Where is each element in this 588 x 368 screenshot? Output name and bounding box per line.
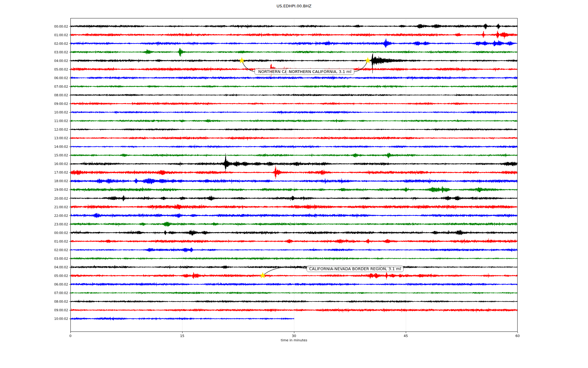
y-tick-label: 07:00:02 — [54, 85, 68, 88]
y-tick-label: 00:00:02 — [54, 25, 68, 28]
y-tick-label: 10:00:02 — [54, 111, 68, 114]
y-tick-label: 03:00:02 — [54, 257, 68, 260]
y-tick-label: 11:00:02 — [54, 119, 68, 123]
y-tick-label: 08:00:02 — [54, 93, 68, 97]
event-star-marker: ★ — [238, 56, 246, 64]
y-tick-label: 02:00:02 — [54, 248, 68, 251]
y-tick-label: 06:00:02 — [54, 283, 68, 286]
y-tick-label: 07:00:02 — [54, 291, 68, 295]
event-star-marker: ★ — [259, 271, 266, 279]
x-tick-label: 30 — [292, 334, 296, 338]
x-tick-label: 15 — [180, 334, 184, 338]
y-tick-label: 13:00:02 — [54, 136, 68, 140]
y-tick-label: 00:00:02 — [54, 231, 68, 234]
event-star-marker: ★ — [364, 56, 371, 64]
y-tick-label: 16:00:02 — [54, 162, 68, 166]
y-tick-label: 20:00:02 — [54, 197, 68, 200]
y-tick-label: 04:00:02 — [54, 265, 68, 269]
y-tick-label: 03:00:02 — [54, 50, 68, 54]
plot-border — [70, 18, 518, 332]
y-tick-label: 05:00:02 — [54, 67, 68, 71]
y-tick-label: 21:00:02 — [54, 205, 68, 209]
helicorder-figure: US.EDHPI.00.BHZ 00:00:0201:00:0202:00:02… — [0, 0, 588, 368]
y-tick-label: 18:00:02 — [54, 179, 68, 183]
x-tick-label: 0 — [70, 334, 72, 338]
x-tick-label: 45 — [404, 334, 408, 338]
y-tick-label: 09:00:02 — [54, 309, 68, 312]
y-tick-label: 06:00:02 — [54, 76, 68, 79]
y-tick-label: 22:00:02 — [54, 214, 68, 217]
y-tick-label: 14:00:02 — [54, 145, 68, 148]
y-tick-label: 01:00:02 — [54, 33, 68, 36]
y-tick-label: 19:00:02 — [54, 188, 68, 191]
y-tick-label: 08:00:02 — [54, 300, 68, 303]
y-tick-label: 04:00:02 — [54, 59, 68, 62]
y-tick-label: 09:00:02 — [54, 102, 68, 105]
x-axis-title: time in minutes — [281, 338, 307, 342]
y-tick-label: 17:00:02 — [54, 171, 68, 174]
y-tick-label: 12:00:02 — [54, 128, 68, 131]
y-tick-label: 02:00:02 — [54, 42, 68, 45]
y-tick-label: 15:00:02 — [54, 154, 68, 157]
event-annotation-label: CALIFORNIA-NEVADA BORDER REGION, 3.1 ml — [307, 266, 403, 272]
y-tick-label: 10:00:02 — [54, 317, 68, 320]
x-tick-label: 60 — [515, 334, 520, 338]
y-tick-label: 01:00:02 — [54, 240, 68, 243]
y-tick-label: 23:00:02 — [54, 222, 68, 226]
y-tick-label: 05:00:02 — [54, 274, 68, 277]
event-annotation-label: NORTHERN CALIFORNIA, 3.1 ml — [286, 68, 354, 75]
